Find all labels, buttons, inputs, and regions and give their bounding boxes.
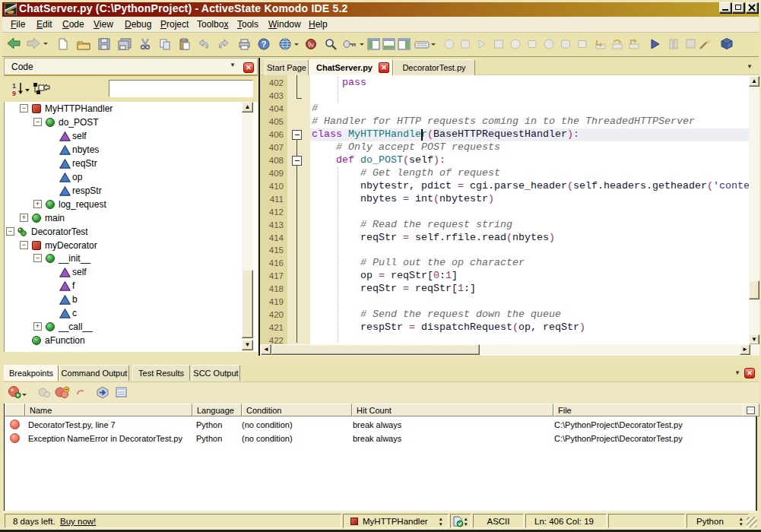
svg-text:?: ? [262, 40, 267, 49]
svg-text:1: 1 [12, 82, 16, 90]
svg-text:W: W [308, 42, 314, 49]
svg-text:9: 9 [12, 90, 16, 97]
